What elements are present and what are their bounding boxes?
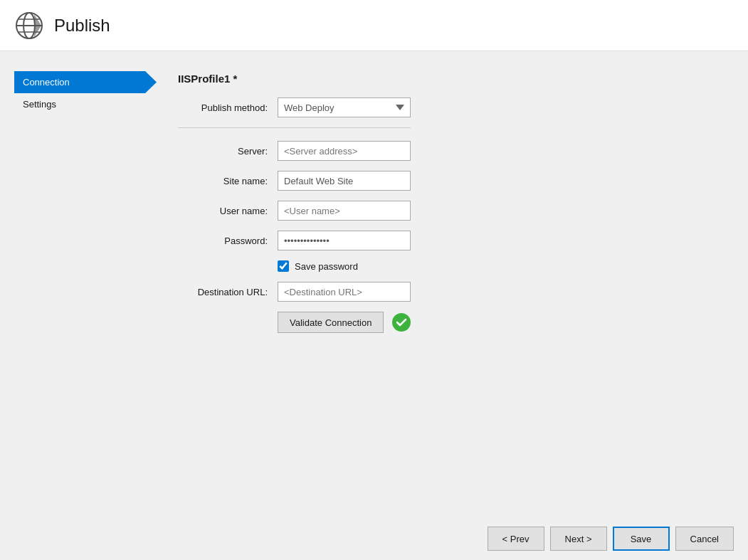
validation-success-icon xyxy=(392,313,411,332)
form-panel: IISProfile1 * Publish method: Web Deploy… xyxy=(157,65,432,546)
publish-method-row: Publish method: Web Deploy Web Deploy Pa… xyxy=(178,97,411,117)
main-content: Connection Settings IISProfile1 * Publis… xyxy=(0,51,446,560)
save-button[interactable]: Save xyxy=(613,527,670,551)
destination-url-row: Destination URL: xyxy=(178,282,411,302)
server-row: Server: xyxy=(178,141,411,161)
password-label: Password: xyxy=(178,236,278,246)
user-name-row: User name: xyxy=(178,201,411,221)
validate-connection-button[interactable]: Validate Connection xyxy=(278,312,384,333)
site-name-input[interactable] xyxy=(278,171,411,191)
profile-title: IISProfile1 * xyxy=(178,73,411,85)
cancel-button[interactable]: Cancel xyxy=(675,527,734,551)
password-input[interactable] xyxy=(278,231,411,250)
save-password-row: Save password xyxy=(278,260,411,272)
sidebar-item-connection[interactable]: Connection xyxy=(14,71,157,93)
prev-button[interactable]: < Prev xyxy=(488,527,544,551)
site-name-row: Site name: xyxy=(178,171,411,191)
dialog-header: Publish xyxy=(0,0,748,51)
next-button[interactable]: Next > xyxy=(550,527,607,551)
page-title: Publish xyxy=(54,16,110,36)
user-name-input[interactable] xyxy=(278,201,411,221)
save-password-label[interactable]: Save password xyxy=(295,261,358,272)
svg-marker-5 xyxy=(34,14,41,37)
destination-url-input[interactable] xyxy=(278,282,411,302)
server-label: Server: xyxy=(178,146,278,157)
save-password-checkbox[interactable] xyxy=(278,260,289,272)
publish-globe-icon xyxy=(14,11,44,41)
site-name-label: Site name: xyxy=(178,176,278,186)
publish-method-label: Publish method: xyxy=(178,102,278,113)
divider xyxy=(178,127,411,128)
validate-row: Validate Connection xyxy=(278,312,411,333)
password-row: Password: xyxy=(178,231,411,250)
sidebar: Connection Settings xyxy=(14,65,157,546)
publish-method-select[interactable]: Web Deploy Web Deploy Package FTP File S… xyxy=(278,97,411,117)
destination-url-label: Destination URL: xyxy=(178,287,278,297)
sidebar-item-settings[interactable]: Settings xyxy=(14,93,157,115)
main-wrapper: Connection Settings IISProfile1 * Publis… xyxy=(0,51,748,560)
user-name-label: User name: xyxy=(178,206,278,216)
footer: < Prev Next > Save Cancel xyxy=(0,517,748,560)
server-input[interactable] xyxy=(278,141,411,161)
svg-point-6 xyxy=(392,313,411,332)
